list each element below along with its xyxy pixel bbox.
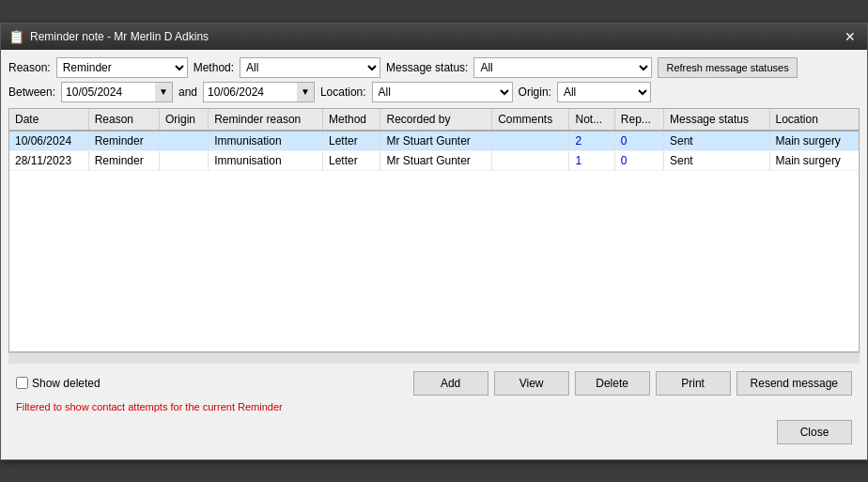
col-reminder-reason[interactable]: Reminder reason	[209, 109, 323, 131]
table-cell: Sent	[664, 131, 770, 151]
origin-label: Origin:	[519, 86, 551, 99]
close-button[interactable]: Close	[777, 420, 852, 444]
reason-label: Reason:	[8, 61, 51, 74]
table-cell: Sent	[664, 150, 770, 170]
table-cell: Letter	[322, 150, 380, 170]
show-deleted-group: Show deleted	[16, 377, 101, 390]
table-cell: Mr Stuart Gunter	[380, 131, 492, 151]
col-origin[interactable]: Origin	[160, 109, 209, 131]
title-bar: 📋 Reminder note - Mr Merlin D Adkins ✕	[1, 23, 867, 50]
table-cell: 10/06/2024	[9, 131, 88, 151]
show-deleted-label[interactable]: Show deleted	[32, 377, 101, 390]
table-cell	[492, 150, 569, 170]
view-button[interactable]: View	[494, 371, 569, 396]
table-cell: 0	[614, 131, 663, 151]
horizontal-scrollbar[interactable]	[8, 352, 860, 364]
col-comments[interactable]: Comments	[492, 109, 569, 131]
between-label: Between:	[8, 86, 55, 99]
main-window: 📋 Reminder note - Mr Merlin D Adkins ✕ R…	[0, 23, 868, 460]
table-row[interactable]: 28/11/2023ReminderImmunisationLetterMr S…	[9, 150, 859, 170]
table-cell: 0	[614, 150, 663, 170]
filter-note: Filtered to show contact attempts for th…	[8, 399, 860, 416]
table-cell: 1	[569, 150, 614, 170]
location-select[interactable]: All Main surgery	[372, 82, 513, 102]
filter-row-2: Between: ▼ and ▼ Location: All Main surg…	[8, 82, 860, 102]
data-table-container: Date Reason Origin Reminder reason Metho…	[8, 108, 860, 352]
table-cell	[160, 150, 209, 170]
table-cell	[492, 131, 569, 151]
close-window-button[interactable]: ✕	[841, 29, 860, 44]
col-notes[interactable]: Not...	[569, 109, 614, 131]
method-label: Method:	[194, 61, 234, 74]
table-cell: Letter	[322, 131, 380, 151]
refresh-button[interactable]: Refresh message statuses	[658, 57, 797, 78]
table-cell: 2	[569, 131, 614, 151]
col-recorded-by[interactable]: Recorded by	[380, 109, 492, 131]
print-button[interactable]: Print	[656, 371, 731, 396]
col-reps[interactable]: Rep...	[614, 109, 663, 131]
resend-button[interactable]: Resend message	[736, 371, 852, 396]
method-select[interactable]: All Letter Email SMS	[240, 57, 380, 78]
table-cell: Immunisation	[209, 150, 323, 170]
and-calendar-button[interactable]: ▼	[297, 82, 315, 102]
table-cell: Reminder	[88, 131, 159, 151]
close-row: Close	[8, 416, 860, 452]
and-date-input[interactable]	[203, 82, 297, 102]
col-date[interactable]: Date	[9, 109, 88, 131]
table-cell: Reminder	[88, 150, 159, 170]
col-reason[interactable]: Reason	[88, 109, 159, 131]
col-location[interactable]: Location	[769, 109, 859, 131]
title-bar-left: 📋 Reminder note - Mr Merlin D Adkins	[8, 29, 209, 44]
table-cell: 28/11/2023	[9, 150, 88, 170]
message-status-label: Message status:	[386, 61, 468, 74]
col-method[interactable]: Method	[322, 109, 380, 131]
table-row[interactable]: 10/06/2024ReminderImmunisationLetterMr S…	[9, 131, 859, 151]
add-button[interactable]: Add	[413, 371, 488, 396]
data-table: Date Reason Origin Reminder reason Metho…	[9, 109, 859, 171]
col-message-status[interactable]: Message status	[664, 109, 770, 131]
window-icon: 📋	[8, 29, 24, 44]
origin-select[interactable]: All	[557, 82, 651, 102]
table-cell: Mr Stuart Gunter	[380, 150, 492, 170]
content-area: Reason: Reminder Method: All Letter Emai…	[1, 50, 867, 459]
table-cell	[160, 131, 209, 151]
reason-select[interactable]: Reminder	[56, 57, 188, 78]
show-deleted-checkbox[interactable]	[16, 377, 28, 389]
window-title: Reminder note - Mr Merlin D Adkins	[30, 30, 209, 43]
table-cell: Main surgery	[769, 131, 859, 151]
and-date-group: ▼	[203, 82, 315, 102]
between-date-group: ▼	[61, 82, 173, 102]
location-label: Location:	[320, 86, 366, 99]
between-calendar-button[interactable]: ▼	[155, 82, 173, 102]
filter-row-1: Reason: Reminder Method: All Letter Emai…	[8, 57, 860, 78]
table-cell: Immunisation	[209, 131, 323, 151]
delete-button[interactable]: Delete	[575, 371, 650, 396]
and-label: and	[178, 86, 197, 99]
between-date-input[interactable]	[61, 82, 155, 102]
table-cell: Main surgery	[769, 150, 859, 170]
table-body: 10/06/2024ReminderImmunisationLetterMr S…	[9, 131, 859, 171]
message-status-select[interactable]: All Sent Pending Failed	[473, 57, 652, 78]
table-header-row: Date Reason Origin Reminder reason Metho…	[9, 109, 859, 131]
bottom-bar: Show deleted Add View Delete Print Resen…	[8, 364, 860, 399]
